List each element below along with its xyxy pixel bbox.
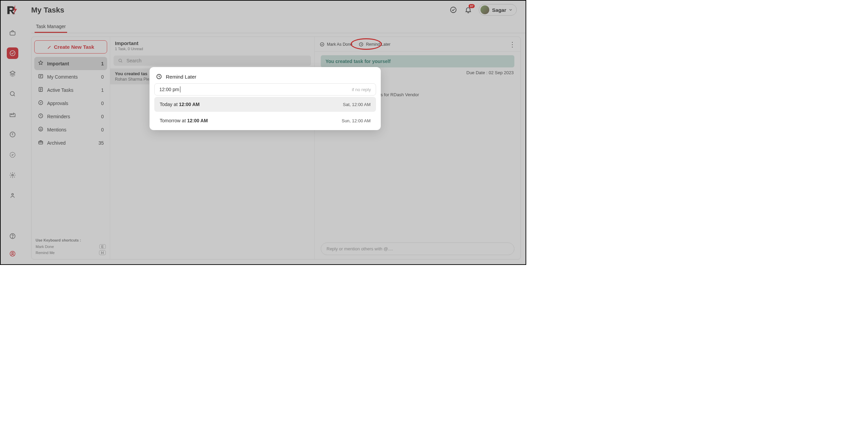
remind-time-input[interactable]: 12:00 pm if no reply	[154, 83, 376, 96]
text-cursor	[180, 86, 180, 92]
clock-icon	[156, 73, 162, 80]
remind-later-popover: Remind Later 12:00 pm if no reply Today …	[150, 67, 381, 130]
option-timestamp: Sun, 12:00 AM	[342, 118, 371, 123]
modal-overlay[interactable]	[1, 1, 526, 264]
option-timestamp: Sat, 12:00 AM	[343, 102, 371, 107]
popover-title: Remind Later	[166, 74, 196, 80]
remind-option[interactable]: Tomorrow at 12:00 AMSun, 12:00 AM	[154, 113, 376, 128]
remind-option[interactable]: Today at 12:00 AMSat, 12:00 AM	[154, 97, 376, 112]
input-hint: if no reply	[352, 87, 371, 92]
